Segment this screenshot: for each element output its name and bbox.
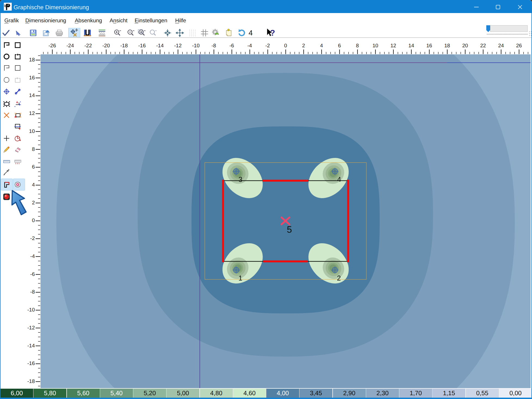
svg-text:5: 5 <box>287 225 292 235</box>
svg-text:2: 2 <box>337 274 341 282</box>
svg-text:3: 3 <box>239 175 242 183</box>
svg-text:?: ? <box>270 29 275 38</box>
svg-text:1: 1 <box>239 274 242 282</box>
svg-text:4: 4 <box>337 175 341 183</box>
